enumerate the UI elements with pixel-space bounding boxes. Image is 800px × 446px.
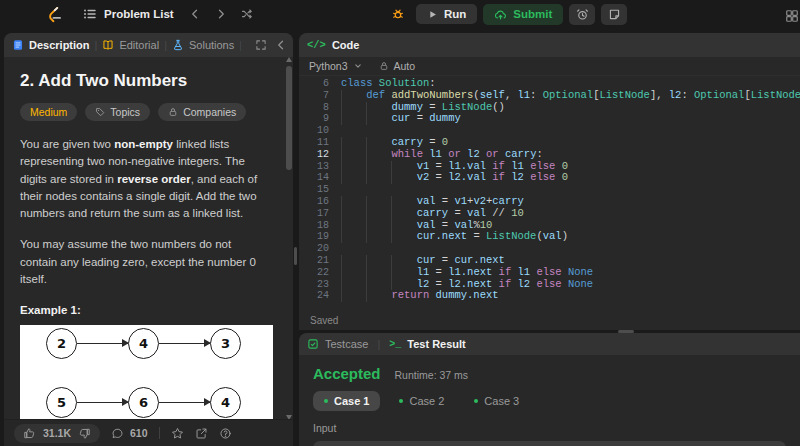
scrollbar-thumb[interactable] <box>286 66 292 170</box>
code-line: 16 val = v1+v2+carry <box>299 196 800 208</box>
chevron-right-icon <box>215 8 227 20</box>
arrow-icon <box>77 343 128 345</box>
list-node: 6 <box>128 387 159 418</box>
tab-description[interactable]: Description <box>12 39 90 51</box>
badge-companies[interactable]: Companies <box>158 103 246 121</box>
input-label: Input <box>313 422 786 434</box>
code-line: 9 cur = dummy <box>299 113 800 125</box>
scroll-up-arrow[interactable] <box>286 57 292 62</box>
prev-problem-button[interactable] <box>184 5 206 23</box>
debug-button[interactable] <box>386 4 410 24</box>
thumbs-up-icon[interactable] <box>23 427 36 440</box>
next-problem-button[interactable] <box>210 5 232 23</box>
code-toolbar: Python3 Auto <box>299 57 800 76</box>
list-node: 5 <box>46 387 77 418</box>
help-icon[interactable] <box>219 427 232 440</box>
list-node: 3 <box>210 328 241 359</box>
notes-button[interactable] <box>601 4 627 25</box>
code-icon: </> <box>307 39 326 51</box>
favorite-star-icon[interactable] <box>171 427 184 440</box>
line-number: 7 <box>299 90 341 102</box>
testcase-input-field[interactable]: l1 = <box>313 441 786 446</box>
badge-label: Topics <box>110 106 140 118</box>
code-line: 24 return dummy.next <box>299 290 800 302</box>
case-case-3[interactable]: Case 3 <box>463 391 530 411</box>
problem-statement: You are given two non-empty linked lists… <box>20 136 270 288</box>
leetcode-logo-icon[interactable] <box>46 6 63 23</box>
tab-testcase[interactable]: Testcase <box>307 338 368 350</box>
code-text: cur.next = ListNode(val) <box>341 231 568 243</box>
line-number: 8 <box>299 102 341 114</box>
collapse-panel-icon[interactable] <box>275 39 287 51</box>
line-number: 9 <box>299 113 341 125</box>
list-node: 4 <box>210 387 241 418</box>
arrow-icon <box>77 402 128 404</box>
terminal-icon: >_ <box>389 339 401 350</box>
language-selector[interactable]: Python3 <box>309 60 363 72</box>
tab-editorial[interactable]: Editorial <box>102 39 159 51</box>
layout-button[interactable] <box>780 6 800 26</box>
timer-button[interactable] <box>569 4 595 25</box>
submit-button[interactable]: Submit <box>483 4 563 25</box>
tab-label: Description <box>29 39 90 51</box>
share-icon[interactable] <box>195 427 208 440</box>
line-number: 16 <box>299 196 341 208</box>
random-problem-button[interactable] <box>236 5 258 23</box>
horizontal-resize-handle[interactable] <box>618 330 634 333</box>
line-number: 24 <box>299 290 341 302</box>
alarm-icon <box>576 8 589 21</box>
topbar: Problem List Run Submit <box>0 0 800 28</box>
line-number: 19 <box>299 231 341 243</box>
code-text: return dummy.next <box>341 290 499 302</box>
badge-medium[interactable]: Medium <box>20 103 77 121</box>
problem-list-label: Problem List <box>104 8 174 20</box>
case-label: Case 2 <box>409 395 444 407</box>
thumbs-down-icon[interactable] <box>78 427 91 440</box>
expand-icon[interactable] <box>255 39 267 51</box>
run-button[interactable]: Run <box>416 4 477 24</box>
language-label: Python3 <box>309 60 348 72</box>
description-scrollbar[interactable] <box>285 57 292 420</box>
case-label: Case 1 <box>334 395 369 407</box>
badge-topics[interactable]: Topics <box>85 103 150 121</box>
case-label: Case 3 <box>484 395 519 407</box>
problem-list-button[interactable]: Problem List <box>77 4 180 24</box>
vote-group: 31.1K <box>14 424 100 443</box>
list-row: 243 <box>46 328 273 359</box>
tab-test-result[interactable]: >_ Test Result <box>389 338 466 350</box>
test-result-panel: Testcase | >_ Test Result Accepted Runti… <box>299 333 800 446</box>
case-case-1[interactable]: Case 1 <box>313 391 380 411</box>
code-panel: </> Code Python3 Auto 6class Solution:7 … <box>299 33 800 330</box>
flask-icon <box>172 39 184 51</box>
chevron-left-icon <box>189 8 201 20</box>
case-case-2[interactable]: Case 2 <box>388 391 455 411</box>
linked-list-diagram: 243564 <box>20 325 273 420</box>
tab-separator: | <box>164 39 167 51</box>
line-number: 10 <box>299 125 341 137</box>
likes-count: 31.1K <box>43 427 71 439</box>
line-number: 23 <box>299 279 341 291</box>
code-line: 19 cur.next = ListNode(val) <box>299 231 800 243</box>
comments-stat[interactable]: 610 <box>111 427 148 440</box>
tab-separator: | <box>95 39 98 51</box>
arrow-icon <box>159 402 210 404</box>
play-icon <box>427 9 438 20</box>
auto-toggle[interactable]: Auto <box>379 60 416 72</box>
line-number: 17 <box>299 208 341 220</box>
shuffle-icon <box>241 8 253 20</box>
example-label: Example 1: <box>20 304 270 316</box>
cloud-upload-icon <box>494 8 507 21</box>
auto-label: Auto <box>394 60 416 72</box>
code-line: 17 carry = val // 10 <box>299 208 800 220</box>
badge-label: Medium <box>30 106 67 118</box>
code-editor[interactable]: 6class Solution:7 def addTwoNumbers(self… <box>299 76 800 312</box>
tab-solutions[interactable]: Solutions <box>172 39 234 51</box>
vertical-resize-handle[interactable] <box>294 247 297 265</box>
statement-paragraph: You are given two non-empty linked lists… <box>20 136 270 222</box>
code-tab-label[interactable]: Code <box>332 39 360 51</box>
passed-dot-icon <box>474 399 478 403</box>
line-number: 14 <box>299 172 341 184</box>
runtime-text: Runtime: 37 ms <box>395 369 469 381</box>
submit-label: Submit <box>513 8 552 20</box>
note-icon <box>608 8 621 21</box>
